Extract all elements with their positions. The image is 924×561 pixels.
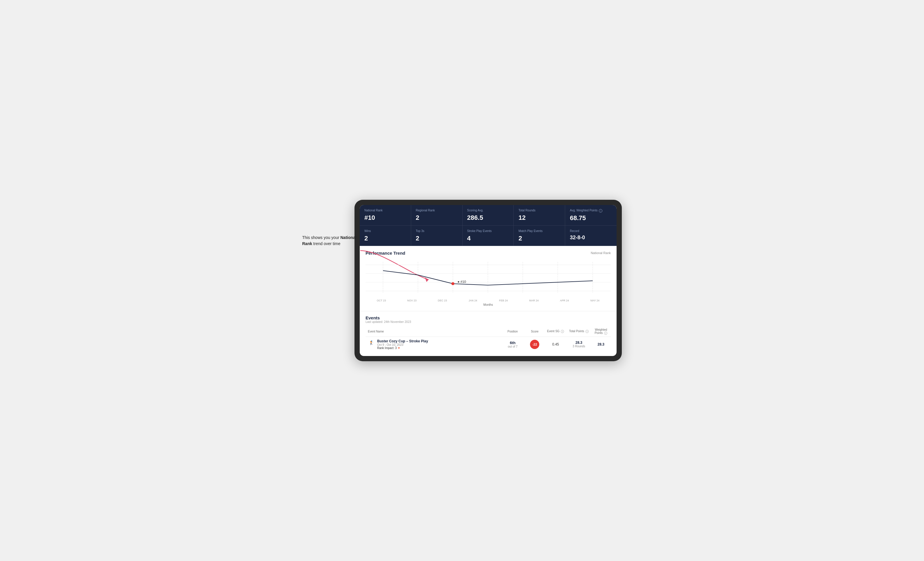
event-total-points-sub: 3 Rounds — [569, 345, 589, 348]
events-table-body: 🏌 Buster Cozy Cup – Stroke Play Oct 9 - … — [366, 337, 611, 352]
stat-match-play: Match Play Events 2 — [514, 226, 565, 246]
trend-title: Performance Trend — [366, 251, 405, 256]
stat-avg-weighted: Avg. Weighted Points i 68.75 — [565, 205, 616, 225]
events-table: Event Name Position Score Event SG i — [366, 326, 611, 352]
th-event-sg: Event SG i — [544, 326, 567, 337]
stat-wins-value: 2 — [364, 235, 406, 242]
event-name: Buster Cozy Cup – Stroke Play — [377, 339, 428, 343]
stat-regional-rank-label: Regional Rank — [416, 208, 458, 212]
total-points-info-icon: i — [585, 330, 589, 333]
event-position: 6th — [502, 341, 522, 345]
avg-weighted-info-icon: i — [599, 209, 602, 212]
stat-avg-weighted-label: Avg. Weighted Points i — [570, 208, 612, 212]
stat-regional-rank: Regional Rank 2 — [411, 205, 463, 225]
event-name-cell: 🏌 Buster Cozy Cup – Stroke Play Oct 9 - … — [366, 337, 500, 352]
stat-match-play-value: 2 — [518, 235, 560, 242]
stat-wins-label: Wins — [364, 229, 406, 233]
rank-impact-arrow-icon: ▼ — [398, 346, 400, 350]
events-title: Events — [366, 315, 611, 320]
chart-x-label-feb24: FEB 24 — [488, 299, 519, 302]
th-position: Position — [500, 326, 525, 337]
table-row: 🏌 Buster Cozy Cup – Stroke Play Oct 9 - … — [366, 337, 611, 352]
stat-national-rank-value: #10 — [364, 214, 406, 221]
event-total-points: 28.3 — [569, 341, 589, 345]
trend-section: Performance Trend National Rank — [360, 246, 616, 311]
chart-x-label-mar24: MAR 24 — [519, 299, 549, 302]
svg-point-12 — [451, 282, 454, 285]
stat-total-rounds: Total Rounds 12 — [514, 205, 565, 225]
trend-header: Performance Trend National Rank — [366, 251, 611, 256]
event-icon: 🏌 — [368, 339, 375, 346]
stat-national-rank-label: National Rank — [364, 208, 406, 212]
events-table-header-row: Event Name Position Score Event SG i — [366, 326, 611, 337]
stat-match-play-label: Match Play Events — [518, 229, 560, 233]
event-date: Oct 9 - Oct 10, 2023 — [377, 343, 428, 346]
stats-row-1: National Rank #10 Regional Rank 2 Scorin… — [360, 205, 616, 225]
annotation: This shows you your National Rank trend … — [302, 235, 360, 247]
event-position-sub: out of 7 — [502, 345, 522, 348]
stat-record-label: Record — [570, 229, 612, 233]
th-total-points: Total Points i — [567, 326, 591, 337]
chart-x-axis-title: Months — [366, 303, 611, 306]
chart-x-label-jan24: JAN 24 — [458, 299, 488, 302]
event-sg-cell: 0.45 — [544, 337, 567, 352]
chart-svg: ● #10 — [366, 259, 611, 297]
stat-stroke-play-label: Stroke Play Events — [467, 229, 509, 233]
events-section: Events Last updated: 24th November 2023 … — [360, 311, 616, 356]
stat-scoring-avg-label: Scoring Avg. — [467, 208, 509, 212]
event-score-badge: -22 — [530, 340, 539, 349]
chart-x-label-may24: MAY 24 — [580, 299, 610, 302]
event-sg-info-icon: i — [561, 330, 564, 333]
stat-stroke-play: Stroke Play Events 4 — [463, 226, 514, 246]
event-weighted-points: 28.3 — [593, 343, 609, 346]
event-score-cell: -22 — [525, 337, 545, 352]
th-score: Score — [525, 326, 545, 337]
stats-row-2: Wins 2 Top 3s 2 Stroke Play Events 4 Mat… — [360, 226, 616, 246]
chart-x-label-nov23: NOV 23 — [397, 299, 427, 302]
stat-top3s-value: 2 — [416, 235, 458, 242]
chart-container: ● #10 — [366, 259, 611, 297]
event-position-cell: 6th out of 7 — [500, 337, 525, 352]
stat-total-rounds-label: Total Rounds — [518, 208, 560, 212]
stat-scoring-avg-value: 286.5 — [467, 214, 509, 221]
event-sg-value: 0.45 — [547, 343, 564, 346]
chart-x-label-oct23: OCT 23 — [366, 299, 397, 302]
stat-national-rank: National Rank #10 — [360, 205, 411, 225]
th-weighted-points: Weighted Points i — [591, 326, 611, 337]
stat-record-value: 32-8-0 — [570, 235, 612, 241]
th-event-name: Event Name — [366, 326, 500, 337]
svg-text:● #10: ● #10 — [458, 280, 466, 283]
chart-x-labels: OCT 23 NOV 23 DEC 23 JAN 24 FEB 24 MAR 2… — [366, 299, 611, 302]
events-last-updated: Last updated: 24th November 2023 — [366, 320, 611, 323]
chart-x-label-dec23: DEC 23 — [427, 299, 458, 302]
stat-regional-rank-value: 2 — [416, 214, 458, 221]
stat-wins: Wins 2 — [360, 226, 411, 246]
stat-total-rounds-value: 12 — [518, 214, 560, 221]
event-details: Buster Cozy Cup – Stroke Play Oct 9 - Oc… — [377, 339, 428, 350]
rank-impact: Rank Impact: 3 ▼ — [377, 346, 428, 350]
stat-avg-weighted-value: 68.75 — [570, 214, 612, 222]
chart-x-label-apr24: APR 24 — [549, 299, 580, 302]
annotation-text-pre: This shows you your — [302, 235, 340, 240]
tablet-screen: National Rank #10 Regional Rank 2 Scorin… — [360, 205, 616, 356]
stat-scoring-avg: Scoring Avg. 286.5 — [463, 205, 514, 225]
outer-wrapper: This shows you your National Rank trend … — [302, 200, 622, 361]
event-weighted-points-cell: 28.3 — [591, 337, 611, 352]
stat-top3s: Top 3s 2 — [411, 226, 463, 246]
events-table-head: Event Name Position Score Event SG i — [366, 326, 611, 337]
event-total-points-cell: 28.3 3 Rounds — [567, 337, 591, 352]
stat-stroke-play-value: 4 — [467, 235, 509, 242]
stat-top3s-label: Top 3s — [416, 229, 458, 233]
stat-record: Record 32-8-0 — [565, 226, 616, 246]
weighted-points-info-icon: i — [604, 332, 607, 335]
annotation-text-post: trend over time — [312, 241, 340, 246]
tablet-frame: National Rank #10 Regional Rank 2 Scorin… — [354, 200, 622, 361]
trend-subtitle: National Rank — [591, 251, 611, 255]
